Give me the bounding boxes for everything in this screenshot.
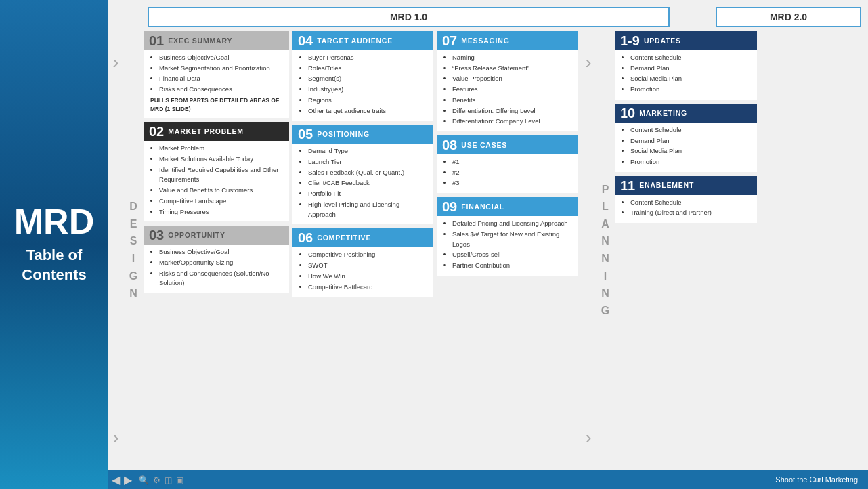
nav-zoom-icon[interactable]: 🔍 [139, 475, 149, 485]
s01-item-1: Business Objective/Goal [159, 53, 284, 63]
section-08-box: 08 USE CASES #1 #2 #3 [437, 135, 578, 193]
s19-item-1: Content Schedule [630, 53, 752, 63]
s06-item-3: How We Win [308, 272, 428, 282]
section-04-body: Buyer Personas Roles/Titles Segment(s) I… [292, 50, 433, 121]
s02-item-1: Market Problem [159, 144, 284, 154]
s02-item-2: Market Solutions Available Today [159, 154, 284, 165]
section-09-box: 09 FINANCIAL Detailed Pricing and Licens… [437, 197, 578, 276]
planning-letter-p: P [602, 181, 609, 198]
s10-item-4: Promotion [630, 157, 752, 167]
planning-label-col: P L A N N I N G [599, 31, 611, 469]
section-02-box: 02 MARKET PROBLEM Market Problem Market … [144, 122, 289, 221]
s11-item-1: Content Schedule [630, 198, 752, 208]
section-02-number: 02 [149, 125, 164, 138]
design-letter-g: G [129, 268, 137, 285]
s01-item-3: Financial Data [159, 74, 284, 84]
s02-item-3: Identified Required Capabilities and Oth… [159, 165, 284, 185]
s04-item-5: Regions [308, 95, 428, 106]
planning-letter-l: L [602, 198, 609, 215]
section-04-number: 04 [298, 34, 313, 47]
right-up-arrow-icon[interactable]: › [585, 51, 591, 73]
section-02-body: Market Problem Market Solutions Availabl… [144, 141, 289, 221]
nav-next-icon[interactable]: ▶ [124, 473, 132, 486]
design-letter-i: I [132, 250, 135, 268]
section-10-header: 10 MARKETING [615, 104, 757, 123]
section-11-number: 11 [620, 179, 635, 192]
section-11-body: Content Schedule Training (Direct and Pa… [615, 195, 757, 223]
section-01-title: EXEC SUMMARY [168, 37, 232, 45]
section-05-header: 05 POSITIONING [292, 125, 433, 144]
design-label-col: D E S I G N [127, 31, 140, 469]
mrd-subtitle: Table ofContents [22, 246, 86, 284]
mid-sections-col: 04 TARGET AUDIENCE Buyer Personas Roles/… [292, 31, 433, 469]
s06-item-2: SWOT [308, 261, 428, 271]
s08-item-3: #3 [452, 178, 572, 188]
s04-item-6: Other target audience traits [308, 106, 428, 116]
main-content: MRD 1.0 MRD 2.0 › › D E S I G N [108, 7, 861, 469]
section-09-body: Detailed Pricing and Licensing Approach … [437, 216, 578, 276]
section-07-number: 07 [442, 34, 457, 47]
s04-item-2: Roles/Titles [308, 64, 428, 74]
section-04-header: 04 TARGET AUDIENCE [292, 31, 433, 50]
section-19-box: 1-9 UPDATES Content Schedule Demand Plan… [615, 31, 757, 100]
footer-text: Shoot the Curl Marketing [775, 475, 858, 484]
planning-letter-g: G [601, 302, 609, 320]
nav-screen-icon[interactable]: ▣ [176, 475, 183, 485]
planning-letter-i: I [604, 268, 607, 285]
s05-item-1: Demand Type [308, 146, 428, 156]
nav-grid-icon[interactable]: ◫ [165, 475, 172, 485]
section-06-title: COMPETITIVE [317, 234, 371, 242]
s09-item-2: Sales $/# Target for New and Existing Lo… [452, 230, 572, 249]
section-11-header: 11 ENABLEMENT [615, 176, 757, 195]
s19-item-4: Promotion [630, 85, 752, 95]
s09-item-4: Partner Contribution [452, 261, 572, 271]
s08-item-1: #1 [452, 157, 572, 167]
mrd2-sections-col: 1-9 UPDATES Content Schedule Demand Plan… [615, 31, 757, 469]
section-05-number: 05 [298, 127, 313, 141]
section-19-number: 1-9 [620, 34, 640, 47]
s01-item-2: Market Segmentation and Prioritization [159, 64, 284, 74]
s03-item-2: Market/Opportunity Sizing [159, 258, 284, 268]
planning-letter-n3: N [601, 284, 609, 302]
section-01-number: 01 [149, 34, 164, 47]
left-sidebar: MRD Table ofContents [0, 0, 108, 489]
mrd1-header: MRD 1.0 [148, 7, 670, 27]
nav-prev-icon[interactable]: ◀ [112, 473, 120, 486]
section-07-header: 07 MESSAGING [437, 31, 578, 50]
s05-item-6: High-level Pricing and Licensing Approac… [308, 200, 428, 219]
section-06-number: 06 [298, 231, 313, 244]
left-nav-col: › › [108, 31, 123, 469]
s10-item-1: Content Schedule [630, 125, 752, 135]
s10-item-3: Social Media Plan [630, 146, 752, 156]
section-05-box: 05 POSITIONING Demand Type Launch Tier S… [292, 125, 433, 224]
section-05-body: Demand Type Launch Tier Sales Feedback (… [292, 144, 433, 224]
s02-item-6: Timing Pressures [159, 207, 284, 217]
right-nav-col: › › [581, 31, 596, 469]
nav-settings-icon[interactable]: ⚙ [153, 475, 160, 485]
section-03-body: Business Objective/Goal Market/Opportuni… [144, 244, 289, 293]
s09-item-1: Detailed Pricing and Licensing Approach [452, 219, 572, 229]
s07-item-3: Value Proposition [452, 74, 572, 84]
s05-item-2: Launch Tier [308, 157, 428, 167]
nav-controls: ◀ ▶ 🔍 ⚙ ◫ ▣ [112, 473, 183, 486]
section-10-body: Content Schedule Demand Plan Social Medi… [615, 123, 757, 172]
s05-item-5: Portfolio Fit [308, 189, 428, 199]
section-07-title: MESSAGING [461, 37, 509, 45]
planning-letter-n1: N [601, 232, 609, 250]
section-09-header: 09 FINANCIAL [437, 197, 578, 216]
section-06-body: Competitive Positioning SWOT How We Win … [292, 247, 433, 297]
section-19-header: 1-9 UPDATES [615, 31, 757, 50]
s01-item-4: Risks and Consequences [159, 85, 284, 95]
down-arrow-icon[interactable]: › [112, 427, 118, 448]
s06-item-1: Competitive Positioning [308, 250, 428, 260]
planning-letter-a: A [601, 215, 609, 233]
right-down-arrow-icon[interactable]: › [585, 427, 591, 448]
section-02-header: 02 MARKET PROBLEM [144, 122, 289, 141]
design-letter-d: D [129, 198, 137, 215]
up-arrow-icon[interactable]: › [112, 51, 118, 73]
section-19-body: Content Schedule Demand Plan Social Medi… [615, 50, 757, 100]
s05-item-3: Sales Feedback (Qual. or Quant.) [308, 168, 428, 178]
section-01-box: 01 EXEC SUMMARY Business Objective/Goal … [144, 31, 289, 118]
section-06-box: 06 COMPETITIVE Competitive Positioning S… [292, 228, 433, 297]
section-01-body: Business Objective/Goal Market Segmentat… [144, 50, 289, 118]
